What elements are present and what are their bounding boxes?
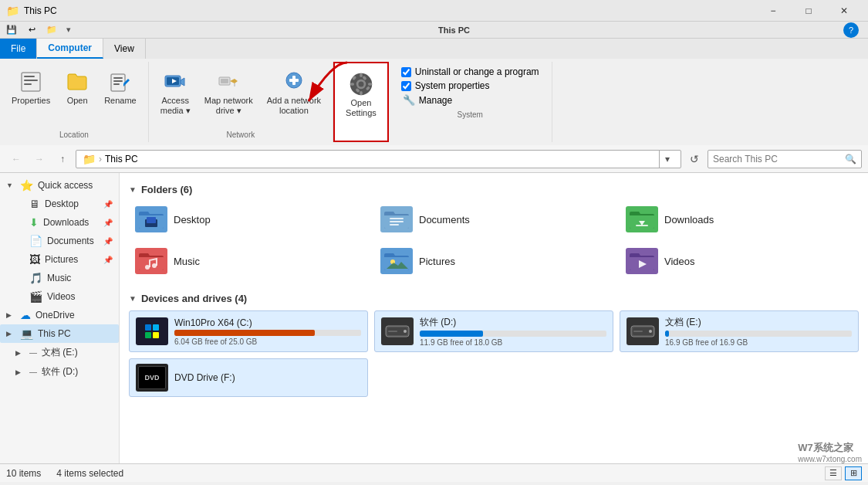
open-settings-button[interactable]: OpenSettings (341, 70, 381, 120)
list-item[interactable]: Desktop (129, 202, 368, 237)
path-separator: › (99, 154, 102, 164)
drives-grid: Win10Pro X64 (C:) 6.04 GB free of 25.0 G… (129, 310, 859, 352)
quick-access-icon: ⭐ (20, 179, 33, 192)
access-media-icon (163, 70, 187, 94)
up-button[interactable]: ↑ (52, 149, 73, 169)
system-props-checkbox-label[interactable]: System properties (401, 80, 539, 91)
downloads-icon: ⬇ (29, 216, 39, 229)
ribbon: File Computer View Properties (0, 39, 868, 145)
sidebar-item-onedrive[interactable]: ▶ ☁ OneDrive (0, 306, 119, 324)
c-drive-free: 6.04 GB free of 25.0 GB (174, 337, 361, 346)
e-drive-icon-area (627, 317, 659, 345)
sidebar-item-this-pc[interactable]: ▶ 💻 This PC (0, 324, 119, 343)
sidebar-item-videos[interactable]: 🎬 Videos (0, 287, 119, 306)
close-button[interactable]: ✕ (826, 0, 862, 22)
map-network-drive-button[interactable]: Map networkdrive ▾ (199, 66, 258, 119)
onedrive-expand-icon: ▶ (6, 311, 15, 319)
help-button[interactable]: ? (843, 22, 859, 38)
list-item[interactable]: Documents (374, 202, 613, 237)
this-pc-label: This PC (38, 328, 113, 339)
refresh-button[interactable]: ↺ (684, 149, 704, 169)
sidebar-item-downloads[interactable]: ⬇ Downloads 📌 (0, 213, 119, 232)
list-item[interactable]: Videos (620, 243, 859, 279)
tab-computer[interactable]: Computer (37, 39, 103, 59)
svg-rect-19 (360, 91, 363, 95)
dvd-drive-name: DVD Drive (F:) (174, 372, 361, 383)
system-props-checkbox[interactable] (401, 81, 411, 91)
svg-rect-20 (350, 83, 354, 86)
sidebar-item-quick-access[interactable]: ▼ ⭐ Quick access (0, 176, 119, 195)
sidebar-item-documents[interactable]: 📄 Documents 📌 (0, 232, 119, 250)
grid-view-button[interactable]: ⊞ (845, 466, 862, 480)
e-drive-name: 文档 (E:) (665, 316, 852, 329)
add-network-location-button[interactable]: Add a networklocation (262, 66, 326, 119)
sidebar-item-d-drive[interactable]: ▶ — 软件 (D:) (0, 362, 119, 382)
e-drive-info: 文档 (E:) 16.9 GB free of 16.9 GB (665, 316, 852, 347)
sidebar-item-desktop[interactable]: 🖥 Desktop 📌 (0, 195, 119, 213)
list-item[interactable]: Music (129, 243, 368, 279)
list-view-button[interactable]: ☰ (825, 466, 842, 480)
list-item[interactable]: DVD DVD Drive (F:) (129, 358, 368, 397)
svg-rect-2 (24, 80, 38, 81)
qat-undo-button[interactable]: ↩ (23, 23, 40, 37)
system-group-label: System (395, 109, 545, 120)
maximize-button[interactable]: □ (791, 0, 826, 22)
forward-button: → (29, 149, 49, 169)
drives-section-header[interactable]: ▼ Devices and drives (4) (129, 288, 859, 310)
status-selected: 4 items selected (56, 468, 123, 479)
search-input[interactable] (713, 154, 845, 164)
c-drive-info: Win10Pro X64 (C:) 6.04 GB free of 25.0 G… (174, 317, 361, 346)
path-current: This PC (105, 154, 138, 164)
list-item[interactable]: Pictures (374, 243, 613, 279)
tab-view[interactable]: View (103, 39, 146, 59)
folder-icon-documents (380, 206, 413, 232)
d-drive-icon-area (381, 317, 414, 345)
svg-rect-41 (388, 331, 397, 332)
svg-rect-28 (147, 217, 156, 223)
svg-rect-30 (390, 221, 404, 222)
d-drive-label: 软件 (D:) (42, 365, 113, 378)
address-bar: ← → ↑ 📁 › This PC ▾ ↺ 🔍 (0, 145, 868, 173)
minimize-button[interactable]: − (755, 0, 791, 22)
d-drive-bar-fill (420, 331, 483, 337)
sidebar-item-music[interactable]: 🎵 Music (0, 269, 119, 287)
desktop-label: Desktop (45, 198, 99, 209)
address-dropdown-button[interactable]: ▾ (659, 150, 674, 168)
list-item[interactable]: 文档 (E:) 16.9 GB free of 16.9 GB (620, 310, 859, 352)
uninstall-checkbox-label[interactable]: Uninstall or change a program (401, 66, 539, 77)
videos-icon: 🎬 (29, 290, 42, 303)
ribbon-group-system: Uninstall or change a program System pro… (389, 62, 552, 142)
qat-folder-button[interactable]: 📁 (43, 23, 60, 37)
e-drive-expand-icon: ▶ (15, 349, 25, 357)
uninstall-checkbox[interactable] (401, 67, 411, 77)
d-drive-name: 软件 (D:) (420, 316, 606, 329)
desktop-folder-name: Desktop (174, 214, 211, 226)
list-item[interactable]: Downloads (620, 202, 859, 237)
manage-label: Manage (419, 95, 452, 106)
sidebar-item-pictures[interactable]: 🖼 Pictures 📌 (0, 250, 119, 269)
documents-label: Documents (47, 236, 99, 246)
pictures-pin-icon: 📌 (103, 256, 113, 264)
ribbon-tabs: File Computer View (0, 39, 868, 59)
svg-rect-3 (24, 83, 32, 85)
dvd-drive-icon-area: DVD (136, 364, 168, 392)
folders-section-header[interactable]: ▼ Folders (6) (129, 179, 859, 202)
svg-rect-5 (113, 77, 123, 79)
list-item[interactable]: Win10Pro X64 (C:) 6.04 GB free of 25.0 G… (129, 310, 368, 352)
rename-button[interactable]: Rename (99, 66, 142, 109)
view-toggle: ☰ ⊞ (825, 466, 862, 480)
open-button[interactable]: Open (59, 66, 96, 109)
access-media-button[interactable]: Accessmedia ▾ (155, 66, 196, 119)
sidebar-item-e-drive[interactable]: ▶ — 文档 (E:) (0, 343, 119, 362)
qat-title: ▾ (66, 25, 71, 35)
svg-rect-1 (24, 76, 35, 77)
drives-chevron-icon: ▼ (129, 294, 137, 303)
address-path[interactable]: 📁 › This PC ▾ (76, 150, 681, 168)
folder-icon-music (135, 248, 167, 274)
this-pc-icon: 💻 (20, 327, 33, 340)
qat-save-button[interactable]: 💾 (3, 23, 20, 37)
tab-file[interactable]: File (0, 39, 37, 59)
properties-button[interactable]: Properties (6, 66, 56, 109)
list-item[interactable]: 软件 (D:) 11.9 GB free of 18.0 GB (374, 310, 613, 352)
manage-button[interactable]: 🔧 Manage (401, 94, 539, 106)
